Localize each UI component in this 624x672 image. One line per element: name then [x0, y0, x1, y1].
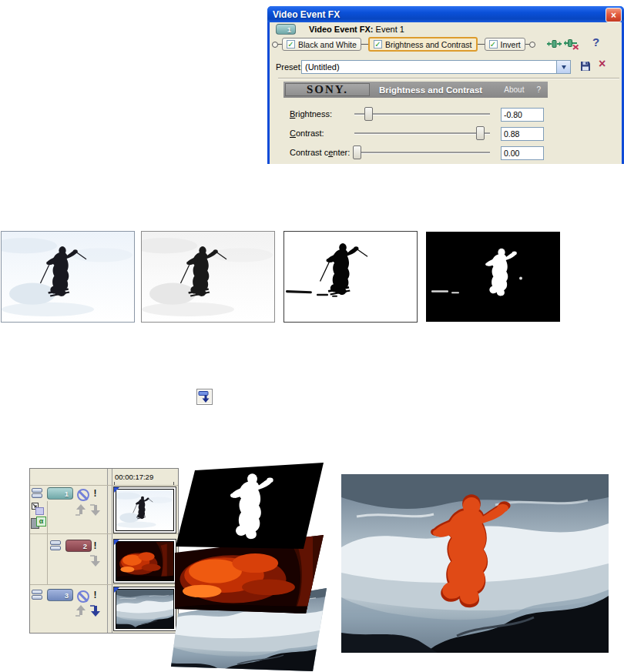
brightness-label: Brightness:: [290, 109, 332, 119]
about-button[interactable]: About: [504, 85, 524, 94]
track-number: 2: [83, 542, 87, 550]
preset-combo[interactable]: (Untitled): [301, 60, 571, 74]
parent-composite-mode-icon[interactable]: [32, 503, 45, 516]
dialog-title: Video Event FX: [273, 9, 340, 20]
track3-solo-button[interactable]: !: [92, 590, 99, 600]
event-fx-triangle-icon: [114, 540, 119, 545]
plugin-button-black-and-white[interactable]: ✓ Black and White: [282, 38, 361, 51]
contrast-center-slider-thumb[interactable]: [353, 145, 361, 159]
track1-solo-button[interactable]: !: [92, 488, 99, 499]
contrast-center-value-field[interactable]: [501, 146, 544, 160]
plugin-label: Brightness and Contrast: [385, 40, 472, 49]
fx-name: Brightness and Contrast: [379, 85, 504, 95]
sony-logo: SONY.: [285, 83, 370, 96]
event-fx-triangle-icon: [114, 487, 119, 493]
track1-size-buttons[interactable]: [32, 487, 45, 500]
slider-track: [354, 152, 490, 154]
track-divider[interactable]: [107, 469, 112, 633]
track2-compositing-child-arrow-icon[interactable]: [90, 555, 102, 567]
plugin-help-button[interactable]: ?: [592, 35, 599, 48]
multiply-mask-composite-mode-icon[interactable]: α: [31, 516, 48, 529]
contrast-center-label: Contrast center:: [290, 148, 350, 157]
plugin-button-brightness-and-contrast[interactable]: ✓ Brightness and Contrast: [368, 37, 478, 52]
composite-result-image: [341, 474, 609, 653]
chain-connector: [361, 44, 368, 45]
track1-number-chip[interactable]: 1: [47, 487, 73, 500]
dialog-body: 1 Video Event FX: Event 1 ✓ Black and Wh…: [272, 22, 619, 164]
slider-track: [354, 132, 490, 135]
fx-header-bar: SONY. Brightness and Contrast About ?: [283, 82, 548, 98]
chain-node-start: [272, 42, 278, 48]
track3-compositing-parent-arrow-icon[interactable]: [75, 605, 87, 617]
fx-help-button[interactable]: ?: [536, 85, 541, 94]
insert-plugin-icon[interactable]: [547, 38, 562, 49]
row-separator: [30, 584, 178, 585]
row-separator: [30, 485, 178, 486]
remove-plugin-icon[interactable]: [564, 38, 579, 50]
plugin-label: Black and White: [298, 40, 357, 49]
track3-size-buttons[interactable]: [32, 589, 45, 601]
chain-connector: [478, 44, 485, 45]
contrast-slider-thumb[interactable]: [476, 126, 485, 140]
close-button[interactable]: ×: [606, 8, 622, 22]
video-event-fx-dialog: Video Event FX × 1 Video Event FX: Event…: [267, 6, 624, 164]
preset-value: (Untitled): [302, 61, 556, 73]
chevron-down-icon: [562, 65, 566, 69]
divider: [278, 78, 619, 79]
track3-mute-button[interactable]: [77, 590, 89, 603]
plugin-button-invert[interactable]: ✓ Invert: [485, 38, 525, 51]
alpha-icon: α: [36, 517, 46, 527]
preset-dropdown-button[interactable]: [556, 61, 570, 73]
child-track-indent-line: [47, 501, 48, 584]
track1-compositing-child-arrow-icon[interactable]: [90, 504, 102, 516]
brightness-slider[interactable]: [354, 107, 490, 122]
timecode: 00:00:17:29: [115, 473, 153, 481]
event-number-chip: 1: [276, 24, 296, 35]
make-compositing-child-button[interactable]: [196, 389, 213, 405]
preset-label: Preset:: [276, 62, 303, 72]
save-preset-button[interactable]: [580, 61, 591, 75]
composite-layers-illustration: [166, 458, 347, 672]
track2-size-buttons[interactable]: [50, 540, 63, 552]
stage-image-inverted-mask: [426, 232, 560, 322]
track2-number-chip[interactable]: 2: [65, 540, 92, 552]
close-icon: ×: [611, 11, 616, 20]
plugin-label: Invert: [501, 40, 521, 49]
track3-number-chip[interactable]: 3: [47, 589, 73, 601]
checkbox-icon[interactable]: ✓: [287, 40, 295, 48]
event-header-prefix: Video Event FX:: [309, 25, 374, 34]
track2-solo-button[interactable]: !: [92, 540, 99, 551]
brightness-value-field[interactable]: [501, 108, 544, 122]
document-page: Video Event FX × 1 Video Event FX: Event…: [0, 0, 624, 672]
stage-image-original: [1, 231, 135, 323]
track3-compositing-child-arrow-icon-active[interactable]: [90, 605, 102, 617]
delete-preset-button[interactable]: ×: [599, 58, 606, 70]
contrast-slider[interactable]: [354, 126, 490, 141]
event-header-name: Event 1: [376, 25, 404, 34]
track1-compositing-parent-arrow-icon[interactable]: [75, 504, 87, 516]
brightness-slider-thumb[interactable]: [364, 107, 373, 121]
slider-track: [354, 113, 490, 115]
stage-image-black-and-white: [141, 231, 275, 323]
stage-image-high-contrast: [283, 231, 418, 323]
track-number: 1: [65, 490, 69, 498]
track-panel: 00:00:17:29 1 ! α 2 !: [29, 468, 179, 634]
track-bar-glyph: [199, 392, 208, 396]
contrast-label: Contrast:: [290, 129, 324, 138]
contrast-center-slider[interactable]: [354, 145, 490, 160]
chain-node-end: [529, 42, 535, 48]
plugin-chain: ✓ Black and White ✓ Brightness and Contr…: [272, 37, 535, 52]
contrast-value-field[interactable]: [501, 127, 544, 141]
dialog-titlebar[interactable]: Video Event FX ×: [267, 6, 624, 22]
checkbox-icon[interactable]: ✓: [374, 40, 382, 48]
track1-mute-button[interactable]: [77, 489, 89, 501]
event-header-title: Video Event FX: Event 1: [309, 25, 404, 34]
checkbox-icon[interactable]: ✓: [489, 40, 498, 48]
event-number: 1: [287, 25, 291, 34]
row-separator: [30, 533, 178, 534]
track-number: 3: [65, 591, 69, 600]
floppy-icon: [580, 61, 591, 72]
event-fx-triangle-icon: [114, 587, 119, 593]
